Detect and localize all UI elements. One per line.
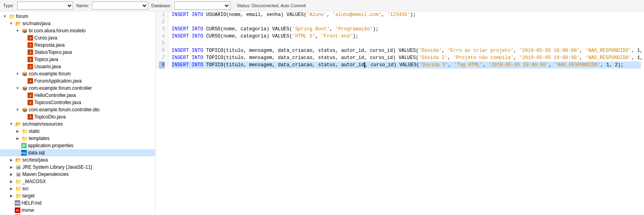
kw: INSERT INTO xyxy=(172,34,206,39)
database-label: Database: xyxy=(151,3,171,8)
tree-item-statustopico[interactable]: J StatusTopico.java xyxy=(0,49,155,56)
str: 'HTML 5' xyxy=(292,34,315,39)
spacer xyxy=(14,150,20,156)
tree-label-dto-pkg: com.example.forum.controller.dto xyxy=(29,107,99,112)
tree-label-topico: Topico.java xyxy=(34,57,58,62)
line-num-6: 6 xyxy=(159,47,165,54)
kw: INSERT INTO xyxy=(172,12,206,18)
tree-item-src-test[interactable]: 📂 src/test/java xyxy=(0,156,155,164)
plain: TOPICO(titulo, mensagem, data_criacao, s… xyxy=(206,55,419,61)
tree-item-jre[interactable]: 🏛 JRE System Library [JavaSE-11] xyxy=(0,164,155,171)
package-icon: 📦 xyxy=(22,85,28,91)
arrow-right-icon xyxy=(8,178,14,185)
tree-item-com-example[interactable]: 📦 com.example.forum xyxy=(0,70,155,77)
plain: , curso_id) VALUES( xyxy=(365,62,420,68)
kw: INSERT INTO xyxy=(172,48,206,53)
spacer xyxy=(21,35,26,41)
arrow-down-icon xyxy=(8,20,14,27)
plain: ); xyxy=(373,26,378,32)
spacer xyxy=(21,78,26,84)
tree-label-usuario: Usuario.java xyxy=(34,64,61,69)
str: 'Tag HTML' xyxy=(454,62,483,68)
tree-label-statustopico: StatusTopico.java xyxy=(34,49,72,55)
tree-item-mvnw[interactable]: M mvnw xyxy=(0,207,155,214)
tree-item-topico[interactable]: J Topico.java xyxy=(0,56,155,63)
tree-item-usuario[interactable]: J Usuario.java xyxy=(0,63,155,70)
folder-icon: 📁 xyxy=(15,185,22,192)
plain: CURSO(nome, categoria) VALUES( xyxy=(206,26,292,32)
java-file-icon: J xyxy=(27,42,34,48)
arrow-right-icon xyxy=(8,157,14,163)
line-numbers: 1 2 3 4 5 6 7 8 xyxy=(156,11,168,69)
toolbar: Type: Name: Database: Status: Disconnect… xyxy=(0,0,644,11)
tree-item-src-main-java[interactable]: 📂 src/main/java xyxy=(0,20,155,27)
code-line-2 xyxy=(172,18,641,26)
mvnw-file-icon: M xyxy=(14,207,21,213)
tree-item-src[interactable]: 📁 src xyxy=(0,185,155,192)
kw: INSERT INTO xyxy=(172,62,206,68)
tree-item-data-sql[interactable]: SQL data.sql xyxy=(0,149,155,156)
plain: , xyxy=(447,55,453,61)
tree-item-controller-pkg[interactable]: 📦 com.example.forum.controller xyxy=(0,85,155,92)
str: 'aluno@email.com' xyxy=(332,12,381,18)
spacer xyxy=(21,114,26,120)
tree-label-data-sql: data.sql xyxy=(28,150,45,156)
tree-item-app-props[interactable]: P application.properties xyxy=(0,142,155,149)
tree-item-topicodto[interactable]: J TopicoDto.java xyxy=(0,113,155,120)
name-label: Name: xyxy=(76,3,89,8)
tree-item-maven[interactable]: 🏛 Maven Dependencies xyxy=(0,171,155,178)
kw: INSERT INTO xyxy=(172,26,206,32)
main-container: 📁 forum 📂 src/main/java 📦 br.com.alura.f… xyxy=(0,11,644,215)
tree-item-curso[interactable]: J Curso.java xyxy=(0,34,155,41)
type-select[interactable] xyxy=(17,2,73,10)
java-file-icon: J xyxy=(27,114,34,120)
tree-item-topicoscontroller[interactable]: J TopicosController.java xyxy=(0,99,155,106)
str: '2019-05-05 19:00:00' xyxy=(519,55,579,61)
tree-item-target[interactable]: 📁 target xyxy=(0,192,155,199)
tree-item-resposta[interactable]: J Resposta.java xyxy=(0,41,155,49)
plain: ); xyxy=(353,34,358,39)
str: 'NAO_RESPONDIDO' xyxy=(585,48,631,53)
plain: , 1, 1); xyxy=(631,48,644,53)
tree-item-macosx[interactable]: 📁 _MACOSX xyxy=(0,178,155,185)
tree-item-help-md[interactable]: MD HELP.md xyxy=(0,199,155,207)
editor-content: 1 2 3 4 5 6 7 8 INSERT INTO USUARIO(nome… xyxy=(156,11,644,69)
arrow-down-icon xyxy=(14,28,21,34)
folder-icon: 📁 xyxy=(15,193,22,199)
tree-label-mvnw: mvnw xyxy=(22,207,34,213)
arrow-down-icon xyxy=(14,71,21,77)
folder-icon: 📁 xyxy=(22,128,28,134)
tree-item-static[interactable]: 📁 static xyxy=(0,128,155,135)
tree-item-dto-pkg[interactable]: 📦 com.example.forum.controller.dto xyxy=(0,106,155,113)
plain: , xyxy=(483,62,488,68)
line-num-3: 3 xyxy=(159,26,165,33)
md-file-icon: MD xyxy=(14,200,21,206)
tree-item-br-package[interactable]: 📦 br.com.alura.forum.modelo xyxy=(0,27,155,34)
spacer xyxy=(14,142,20,149)
java-file-icon: J xyxy=(27,63,34,70)
code-editor[interactable]: 1 2 3 4 5 6 7 8 INSERT INTO USUARIO(nome… xyxy=(156,11,644,215)
code-line-7: INSERT INTO TOPICO(titulo, mensagem, dat… xyxy=(172,54,641,61)
tree-label-app-props: application.properties xyxy=(28,143,73,148)
str: 'Projeto não compila' xyxy=(453,55,514,61)
name-select[interactable] xyxy=(92,2,148,10)
tree-item-src-main-resources[interactable]: 📂 src/main/resources xyxy=(0,120,155,128)
tree-item-forumapp[interactable]: J ForumApplication.java xyxy=(0,77,155,85)
line-num-1: 1 xyxy=(159,11,165,18)
package-icon: 📦 xyxy=(22,107,28,113)
folder-icon: 📁 xyxy=(15,178,22,185)
tree-label-maven: Maven Dependencies xyxy=(22,172,69,177)
tree-label-src-test: src/test/java xyxy=(22,157,48,163)
plain: ); xyxy=(410,12,416,18)
arrow-down-icon xyxy=(2,13,8,20)
tree-item-forum[interactable]: 📁 forum xyxy=(0,13,155,20)
tree-label-target: target xyxy=(22,193,35,199)
database-select[interactable] xyxy=(174,2,230,10)
code-line-4: INSERT INTO CURSO(nome, categoria) VALUE… xyxy=(172,33,641,40)
sql-file-icon: SQL xyxy=(21,150,27,156)
str: 'Aluno' xyxy=(306,12,326,18)
tree-item-hellocontroller[interactable]: J HelloController.java xyxy=(0,92,155,99)
str: 'Programação' xyxy=(336,26,373,32)
tree-item-templates[interactable]: 📁 templates xyxy=(0,135,155,142)
line-num-7: 7 xyxy=(159,54,165,61)
